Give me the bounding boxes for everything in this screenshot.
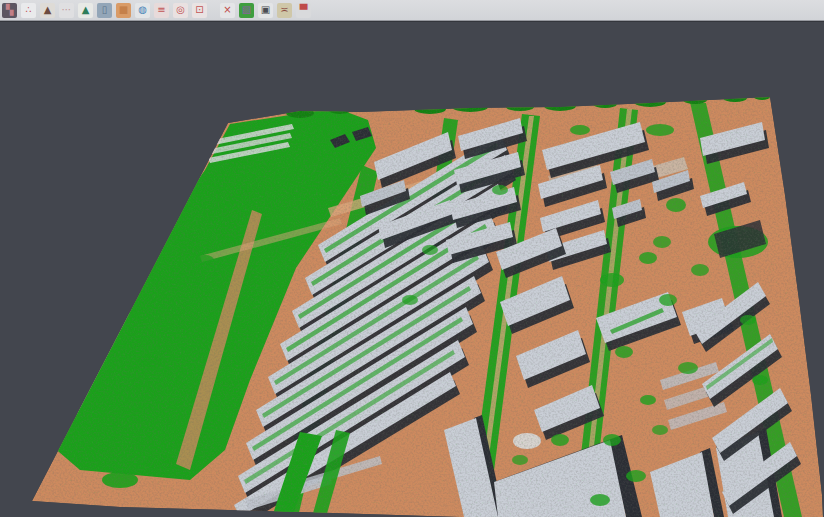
app-window: { "window": { "background": "#43464e" },… — [0, 0, 824, 517]
viewport-3d[interactable] — [0, 21, 824, 517]
toolbar: ▚∴▲⋯▲▯■◍≡◎⊡×▧▣≍▀ — [0, 0, 824, 21]
clear-selection-icon[interactable]: × — [220, 3, 235, 18]
layers-list-icon[interactable]: ≡ — [154, 3, 169, 18]
tree — [85, 295, 105, 305]
sparse-points-icon[interactable]: ⋯ — [59, 3, 74, 18]
globe-icon[interactable]: ◍ — [135, 3, 150, 18]
terrain-brown-icon[interactable]: ▲ — [40, 3, 55, 18]
vegetation-speckle — [0, 22, 824, 517]
classification-view-icon[interactable]: ▧ — [239, 3, 254, 18]
ortho-icon[interactable]: ■ — [116, 3, 131, 18]
project-icon[interactable]: ▚ — [2, 3, 17, 18]
points-icon[interactable]: ∴ — [21, 3, 36, 18]
panel-icon[interactable]: ▯ — [97, 3, 112, 18]
terrain-green-icon[interactable]: ▲ — [78, 3, 93, 18]
flag-icon[interactable]: ▀ — [296, 3, 311, 18]
snapshot-icon[interactable]: ▣ — [258, 3, 273, 18]
measure-icon[interactable]: ≍ — [277, 3, 292, 18]
extent-icon[interactable]: ⊡ — [192, 3, 207, 18]
target-icon[interactable]: ◎ — [173, 3, 188, 18]
